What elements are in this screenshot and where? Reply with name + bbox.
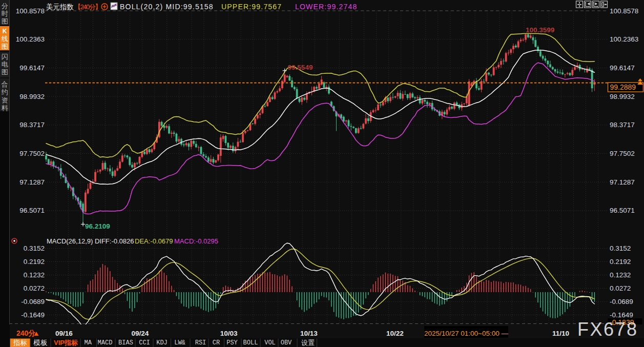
svg-text:BOLL: BOLL (243, 339, 258, 346)
svg-text:线: 线 (2, 35, 8, 43)
svg-text:100.2363: 100.2363 (16, 35, 45, 43)
svg-text:PSY: PSY (226, 339, 238, 346)
svg-text:96.2109: 96.2109 (85, 222, 110, 230)
svg-text:0.2192: 0.2192 (24, 258, 45, 266)
svg-text:指标: 指标 (13, 339, 27, 346)
svg-text:时: 时 (2, 10, 8, 17)
svg-text:0.3152: 0.3152 (610, 244, 631, 252)
svg-text:图: 图 (2, 43, 8, 50)
svg-text:100.8578: 100.8578 (16, 7, 45, 15)
svg-text:MA: MA (85, 339, 92, 346)
svg-text:98.9932: 98.9932 (19, 93, 45, 100)
svg-text:资: 资 (2, 96, 8, 104)
svg-text:VOL: VOL (264, 339, 276, 346)
svg-text:0.1232: 0.1232 (24, 271, 45, 279)
svg-text:BIAS: BIAS (118, 339, 133, 346)
svg-text:0.3152: 0.3152 (24, 244, 45, 252)
svg-text:97.1287: 97.1287 (610, 178, 635, 186)
svg-text:MACD(26,12,9) DIFF:-0.0826: MACD(26,12,9) DIFF:-0.0826 (47, 237, 134, 245)
svg-text:-0.0689: -0.0689 (21, 298, 45, 305)
svg-text:09/24: 09/24 (132, 330, 149, 337)
svg-text:0.2192: 0.2192 (610, 258, 631, 266)
svg-text:0.0272: 0.0272 (610, 284, 631, 292)
svg-text:99.2889: 99.2889 (610, 83, 636, 91)
svg-text:VIP指标: VIP指标 (54, 339, 78, 346)
svg-text:电: 电 (2, 60, 8, 68)
svg-text:99.5549: 99.5549 (288, 64, 313, 71)
svg-text:设置: 设置 (301, 339, 315, 346)
svg-text:98.3717: 98.3717 (19, 121, 45, 129)
svg-text:LOWER:99.2748: LOWER:99.2748 (295, 3, 357, 11)
svg-text:MACD:-0.0295: MACD:-0.0295 (174, 237, 218, 245)
svg-text:【240分】: 【240分】 (74, 3, 101, 11)
svg-text:98.3717: 98.3717 (610, 121, 635, 129)
svg-text:-0.0689: -0.0689 (610, 298, 633, 305)
svg-text:11/10: 11/10 (552, 330, 569, 337)
svg-text:96.5071: 96.5071 (19, 207, 45, 214)
svg-text:97.7502: 97.7502 (19, 150, 45, 157)
svg-text:96.5071: 96.5071 (610, 207, 635, 214)
svg-text:模板: 模板 (33, 339, 48, 346)
svg-text:DEA:-0.0679: DEA:-0.0679 (135, 237, 173, 245)
svg-text:99.6147: 99.6147 (19, 64, 45, 72)
svg-text:10/13: 10/13 (300, 330, 318, 337)
svg-text:97.1287: 97.1287 (19, 178, 45, 186)
svg-text:约: 约 (2, 88, 8, 96)
svg-text:09/16: 09/16 (55, 330, 73, 337)
svg-text:图: 图 (2, 68, 8, 76)
svg-text:图: 图 (2, 17, 8, 25)
svg-text:CR: CR (213, 339, 220, 346)
svg-text:97.7502: 97.7502 (610, 150, 635, 157)
svg-text:合: 合 (2, 80, 8, 88)
svg-text:100.3599: 100.3599 (526, 26, 554, 34)
svg-text:-0.1649: -0.1649 (21, 311, 45, 319)
svg-text:LW&: LW& (174, 339, 185, 346)
svg-text:CCI: CCI (139, 339, 150, 346)
svg-text:RSI: RSI (195, 339, 206, 346)
svg-text:240分: 240分 (16, 329, 35, 337)
svg-text:美元指数: 美元指数 (46, 3, 74, 11)
svg-text:0.0272: 0.0272 (24, 284, 45, 292)
svg-text:10/03: 10/03 (220, 330, 238, 337)
svg-text:98.9932: 98.9932 (610, 93, 635, 100)
svg-text:100.8578: 100.8578 (610, 7, 638, 15)
svg-text:分: 分 (2, 2, 8, 10)
svg-text:闪: 闪 (2, 53, 8, 60)
svg-text:MACD: MACD (98, 339, 113, 346)
svg-text:料: 料 (2, 104, 8, 112)
svg-text:UPPER:99.7567: UPPER:99.7567 (221, 3, 282, 11)
svg-text:FX678: FX678 (577, 319, 638, 340)
svg-text:10/22: 10/22 (386, 330, 404, 337)
svg-text:K: K (3, 28, 7, 35)
svg-text:99.6147: 99.6147 (610, 64, 635, 72)
svg-text:OBV: OBV (281, 339, 292, 346)
svg-text:2025/10/27 01:00~05:00 —: 2025/10/27 01:00~05:00 — (424, 330, 509, 337)
svg-text:BOLL(20,2) MID:99.5158: BOLL(20,2) MID:99.5158 (120, 3, 214, 11)
svg-text:KDJ: KDJ (156, 339, 168, 346)
svg-text:100.2363: 100.2363 (610, 35, 638, 43)
svg-text:0.1232: 0.1232 (610, 271, 631, 279)
